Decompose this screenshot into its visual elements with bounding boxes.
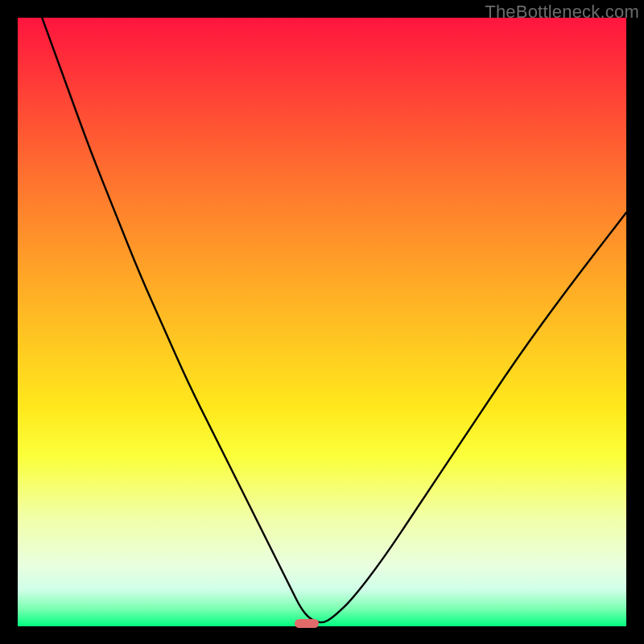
curve-layer [18,18,626,626]
bottleneck-curve [42,18,626,622]
optimal-point-marker [295,619,319,628]
chart-frame: TheBottleneck.com [0,0,644,644]
plot-area [18,18,626,626]
watermark-text: TheBottleneck.com [485,2,639,23]
